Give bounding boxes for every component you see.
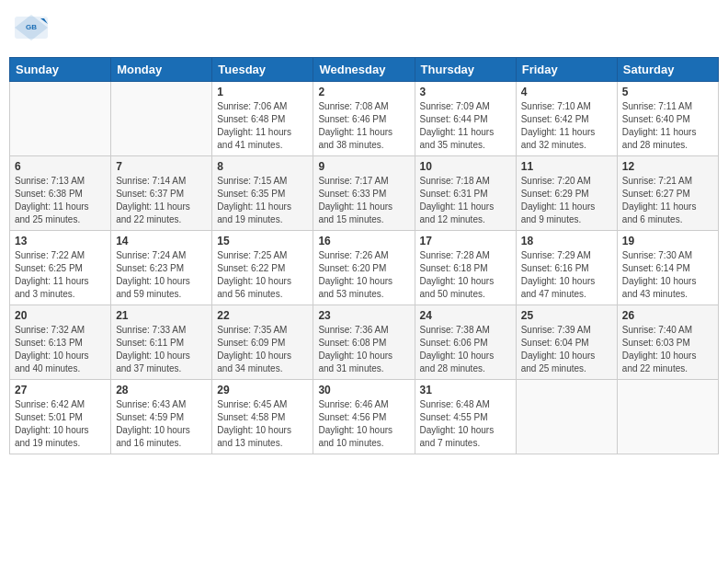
calendar-cell (617, 380, 718, 454)
day-number: 20 (15, 309, 106, 322)
calendar-cell: 18Sunrise: 7:29 AM Sunset: 6:16 PM Dayli… (516, 231, 617, 305)
weekday-header-monday: Monday (111, 58, 212, 82)
day-number: 14 (116, 235, 207, 247)
day-number: 24 (420, 309, 511, 322)
day-number: 31 (420, 384, 511, 396)
day-info: Sunrise: 6:46 AM Sunset: 4:56 PM Dayligh… (318, 398, 409, 450)
calendar-cell: 14Sunrise: 7:24 AM Sunset: 6:23 PM Dayli… (111, 231, 212, 305)
calendar-cell: 2Sunrise: 7:08 AM Sunset: 6:46 PM Daylig… (313, 82, 415, 156)
day-info: Sunrise: 7:18 AM Sunset: 6:31 PM Dayligh… (420, 175, 511, 226)
day-number: 1 (217, 86, 308, 98)
day-info: Sunrise: 7:35 AM Sunset: 6:09 PM Dayligh… (217, 324, 308, 375)
weekday-header-sunday: Sunday (10, 58, 111, 82)
day-number: 9 (318, 160, 409, 173)
day-number: 22 (217, 309, 308, 322)
day-info: Sunrise: 7:14 AM Sunset: 6:37 PM Dayligh… (116, 175, 207, 226)
calendar-cell: 30Sunrise: 6:46 AM Sunset: 4:56 PM Dayli… (313, 380, 415, 454)
weekday-header-wednesday: Wednesday (313, 58, 415, 82)
logo-graphic: GB (13, 9, 50, 50)
weekday-header-saturday: Saturday (617, 58, 718, 82)
day-info: Sunrise: 7:20 AM Sunset: 6:29 PM Dayligh… (521, 175, 612, 226)
calendar-table: SundayMondayTuesdayWednesdayThursdayFrid… (9, 57, 719, 454)
day-number: 27 (15, 384, 106, 396)
calendar-cell: 23Sunrise: 7:36 AM Sunset: 6:08 PM Dayli… (313, 305, 415, 380)
day-info: Sunrise: 7:24 AM Sunset: 6:23 PM Dayligh… (116, 249, 207, 301)
calendar-cell: 16Sunrise: 7:26 AM Sunset: 6:20 PM Dayli… (313, 231, 415, 305)
day-info: Sunrise: 7:08 AM Sunset: 6:46 PM Dayligh… (318, 100, 409, 152)
day-number: 18 (521, 235, 612, 247)
calendar-cell: 1Sunrise: 7:06 AM Sunset: 6:48 PM Daylig… (212, 82, 313, 156)
day-info: Sunrise: 7:29 AM Sunset: 6:16 PM Dayligh… (521, 249, 612, 301)
day-info: Sunrise: 7:38 AM Sunset: 6:06 PM Dayligh… (420, 324, 511, 375)
week-row-3: 13Sunrise: 7:22 AM Sunset: 6:25 PM Dayli… (10, 231, 719, 305)
day-info: Sunrise: 6:48 AM Sunset: 4:55 PM Dayligh… (420, 398, 511, 450)
day-info: Sunrise: 7:26 AM Sunset: 6:20 PM Dayligh… (318, 249, 409, 301)
day-info: Sunrise: 6:42 AM Sunset: 5:01 PM Dayligh… (15, 398, 106, 450)
calendar-cell (10, 82, 111, 156)
calendar-cell: 8Sunrise: 7:15 AM Sunset: 6:35 PM Daylig… (212, 156, 313, 231)
calendar-cell: 3Sunrise: 7:09 AM Sunset: 6:44 PM Daylig… (415, 82, 516, 156)
svg-text:GB: GB (26, 23, 37, 31)
day-info: Sunrise: 7:32 AM Sunset: 6:13 PM Dayligh… (15, 324, 106, 375)
calendar-cell: 24Sunrise: 7:38 AM Sunset: 6:06 PM Dayli… (415, 305, 516, 380)
day-info: Sunrise: 7:28 AM Sunset: 6:18 PM Dayligh… (420, 249, 511, 301)
week-row-2: 6Sunrise: 7:13 AM Sunset: 6:38 PM Daylig… (10, 156, 719, 231)
calendar-cell (111, 82, 212, 156)
calendar-cell: 6Sunrise: 7:13 AM Sunset: 6:38 PM Daylig… (10, 156, 111, 231)
day-info: Sunrise: 7:06 AM Sunset: 6:48 PM Dayligh… (217, 100, 308, 152)
day-number: 3 (420, 86, 511, 98)
calendar-cell: 4Sunrise: 7:10 AM Sunset: 6:42 PM Daylig… (516, 82, 617, 156)
calendar-cell: 22Sunrise: 7:35 AM Sunset: 6:09 PM Dayli… (212, 305, 313, 380)
week-row-4: 20Sunrise: 7:32 AM Sunset: 6:13 PM Dayli… (10, 305, 719, 380)
day-number: 7 (116, 160, 207, 173)
day-number: 8 (217, 160, 308, 173)
day-info: Sunrise: 7:17 AM Sunset: 6:33 PM Dayligh… (318, 175, 409, 226)
day-number: 17 (420, 235, 511, 247)
day-info: Sunrise: 7:15 AM Sunset: 6:35 PM Dayligh… (217, 175, 308, 226)
day-info: Sunrise: 7:30 AM Sunset: 6:14 PM Dayligh… (622, 249, 713, 301)
calendar-cell: 10Sunrise: 7:18 AM Sunset: 6:31 PM Dayli… (415, 156, 516, 231)
day-info: Sunrise: 7:13 AM Sunset: 6:38 PM Dayligh… (15, 175, 106, 226)
day-info: Sunrise: 7:36 AM Sunset: 6:08 PM Dayligh… (318, 324, 409, 375)
day-info: Sunrise: 7:10 AM Sunset: 6:42 PM Dayligh… (521, 100, 612, 152)
day-number: 23 (318, 309, 409, 322)
day-number: 5 (622, 86, 713, 98)
calendar-cell: 28Sunrise: 6:43 AM Sunset: 4:59 PM Dayli… (111, 380, 212, 454)
logo: GB (13, 9, 51, 50)
day-number: 6 (15, 160, 106, 173)
calendar-cell: 26Sunrise: 7:40 AM Sunset: 6:03 PM Dayli… (617, 305, 718, 380)
day-info: Sunrise: 7:21 AM Sunset: 6:27 PM Dayligh… (622, 175, 713, 226)
calendar-cell (516, 380, 617, 454)
calendar-cell: 7Sunrise: 7:14 AM Sunset: 6:37 PM Daylig… (111, 156, 212, 231)
weekday-header-row: SundayMondayTuesdayWednesdayThursdayFrid… (10, 58, 719, 82)
calendar-cell: 20Sunrise: 7:32 AM Sunset: 6:13 PM Dayli… (10, 305, 111, 380)
calendar-cell: 11Sunrise: 7:20 AM Sunset: 6:29 PM Dayli… (516, 156, 617, 231)
day-number: 16 (318, 235, 409, 247)
day-info: Sunrise: 7:33 AM Sunset: 6:11 PM Dayligh… (116, 324, 207, 375)
day-number: 29 (217, 384, 308, 396)
week-row-5: 27Sunrise: 6:42 AM Sunset: 5:01 PM Dayli… (10, 380, 719, 454)
calendar-cell: 21Sunrise: 7:33 AM Sunset: 6:11 PM Dayli… (111, 305, 212, 380)
weekday-header-tuesday: Tuesday (212, 58, 313, 82)
day-number: 25 (521, 309, 612, 322)
calendar-cell: 31Sunrise: 6:48 AM Sunset: 4:55 PM Dayli… (415, 380, 516, 454)
day-number: 26 (622, 309, 713, 322)
calendar-cell: 5Sunrise: 7:11 AM Sunset: 6:40 PM Daylig… (617, 82, 718, 156)
calendar-cell: 29Sunrise: 6:45 AM Sunset: 4:58 PM Dayli… (212, 380, 313, 454)
calendar-cell: 15Sunrise: 7:25 AM Sunset: 6:22 PM Dayli… (212, 231, 313, 305)
calendar-cell: 17Sunrise: 7:28 AM Sunset: 6:18 PM Dayli… (415, 231, 516, 305)
calendar-cell: 19Sunrise: 7:30 AM Sunset: 6:14 PM Dayli… (617, 231, 718, 305)
day-info: Sunrise: 7:09 AM Sunset: 6:44 PM Dayligh… (420, 100, 511, 152)
day-number: 30 (318, 384, 409, 396)
day-info: Sunrise: 7:39 AM Sunset: 6:04 PM Dayligh… (521, 324, 612, 375)
week-row-1: 1Sunrise: 7:06 AM Sunset: 6:48 PM Daylig… (10, 82, 719, 156)
day-info: Sunrise: 7:25 AM Sunset: 6:22 PM Dayligh… (217, 249, 308, 301)
day-number: 19 (622, 235, 713, 247)
calendar-cell: 12Sunrise: 7:21 AM Sunset: 6:27 PM Dayli… (617, 156, 718, 231)
calendar-cell: 13Sunrise: 7:22 AM Sunset: 6:25 PM Dayli… (10, 231, 111, 305)
day-number: 10 (420, 160, 511, 173)
day-info: Sunrise: 7:11 AM Sunset: 6:40 PM Dayligh… (622, 100, 713, 152)
day-number: 15 (217, 235, 308, 247)
day-info: Sunrise: 7:22 AM Sunset: 6:25 PM Dayligh… (15, 249, 106, 301)
weekday-header-thursday: Thursday (415, 58, 516, 82)
